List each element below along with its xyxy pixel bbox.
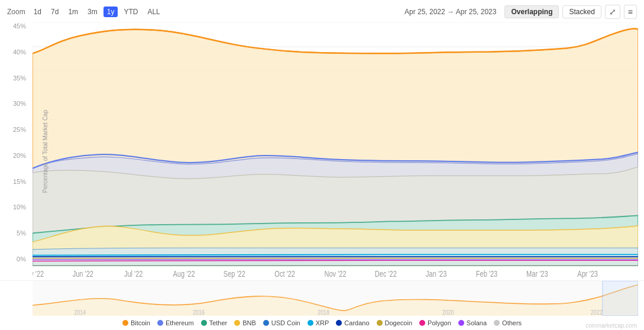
legend-dot: [336, 320, 342, 326]
zoom-label: Zoom: [7, 8, 25, 16]
watermark: coinmarketcap.com: [585, 322, 637, 329]
svg-text:Feb '23: Feb '23: [476, 270, 498, 279]
y-label-10: 10%: [13, 203, 26, 211]
legend-item-usd-coin: USD Coin: [263, 319, 300, 326]
zoom-1m[interactable]: 1m: [64, 7, 82, 17]
main-chart-area: 45% 40% 35% 30% 25% 20% 15% 10% 5% 0% Pe…: [0, 22, 644, 280]
y-label-30: 30%: [13, 100, 26, 107]
app-container: Zoom 1d 7d 1m 3m 1y YTD ALL Apr 25, 2022…: [0, 0, 644, 330]
legend-dot: [157, 320, 163, 326]
svg-text:2022: 2022: [591, 309, 603, 316]
svg-text:2016: 2016: [193, 309, 205, 316]
zoom-1y[interactable]: 1y: [103, 7, 118, 17]
y-label-20: 20%: [13, 152, 26, 159]
svg-text:Aug '22: Aug '22: [173, 270, 195, 279]
legend-label: Ethereum: [166, 319, 194, 326]
legend-label: Solana: [467, 319, 487, 326]
overlapping-btn[interactable]: Overlapping: [504, 5, 559, 18]
legend-item-polygon: Polygon: [419, 319, 451, 326]
main-chart-svg: May '22 Jun '22 Jul '22 Aug '22 Sep '22 …: [33, 22, 638, 280]
legend-dot: [263, 320, 269, 326]
y-label-0: 0%: [17, 255, 26, 263]
legend-label: XRP: [316, 319, 329, 326]
legend-label: BNB: [242, 319, 256, 326]
legend-item-tether: Tether: [201, 319, 228, 326]
x-axis-labels: May '22 Jun '22 Jul '22 Aug '22 Sep '22 …: [33, 270, 598, 279]
zoom-1d[interactable]: 1d: [30, 7, 45, 17]
mini-chart-svg: 2014 2016 2018 2020 2022: [33, 281, 638, 316]
legend-item-others: Others: [494, 319, 522, 326]
y-label-5: 5%: [17, 229, 26, 237]
date-range: Apr 25, 2022 → Apr 25, 2023: [404, 8, 496, 16]
svg-text:Sep '22: Sep '22: [224, 270, 245, 279]
y-label-25: 25%: [13, 126, 26, 133]
legend-dot: [494, 320, 500, 326]
zoom-ytd[interactable]: YTD: [120, 7, 141, 17]
zoom-7d[interactable]: 7d: [47, 7, 62, 17]
legend-label: Dogecoin: [385, 319, 412, 326]
view-controls: Apr 25, 2022 → Apr 25, 2023 Overlapping …: [404, 5, 637, 19]
menu-btn[interactable]: ≡: [624, 5, 637, 19]
dogecoin-line: [33, 258, 638, 259]
svg-text:Oct '22: Oct '22: [274, 270, 295, 279]
svg-text:Jun '22: Jun '22: [73, 270, 93, 279]
legend-label: Tether: [209, 319, 228, 326]
legend-item-ethereum: Ethereum: [157, 319, 194, 326]
svg-text:Apr '23: Apr '23: [577, 270, 598, 279]
legend-item-solana: Solana: [458, 319, 487, 326]
svg-text:2018: 2018: [318, 309, 330, 316]
svg-text:2014: 2014: [74, 309, 86, 316]
legend-label: Others: [502, 319, 522, 326]
y-axis-labels: 45% 40% 35% 30% 25% 20% 15% 10% 5% 0%: [0, 22, 30, 263]
legend-dot: [458, 320, 464, 326]
legend-label: Cardano: [344, 319, 369, 326]
svg-text:May '22: May '22: [33, 270, 44, 279]
legend-label: Polygon: [428, 319, 451, 326]
legend-dot: [201, 320, 207, 326]
svg-text:Mar '23: Mar '23: [526, 270, 548, 279]
zoom-all[interactable]: ALL: [144, 7, 163, 17]
zoom-controls: Zoom 1d 7d 1m 3m 1y YTD ALL: [7, 7, 164, 17]
stacked-btn[interactable]: Stacked: [562, 5, 601, 18]
expand-btn[interactable]: ⤢: [605, 5, 620, 19]
y-label-40: 40%: [13, 48, 26, 56]
legend-item-cardano: Cardano: [336, 319, 369, 326]
legend-dot: [308, 320, 313, 326]
svg-text:Dec '22: Dec '22: [375, 270, 397, 279]
legend-dot: [419, 320, 425, 326]
legend-dot: [122, 320, 128, 326]
y-label-35: 35%: [13, 75, 26, 82]
legend-item-bitcoin: Bitcoin: [122, 319, 150, 326]
top-controls: Zoom 1d 7d 1m 3m 1y YTD ALL Apr 25, 2022…: [0, 5, 644, 22]
legend-item-bnb: BNB: [234, 319, 256, 326]
legend-label: USD Coin: [271, 319, 300, 326]
legend-dot: [234, 320, 240, 326]
y-label-15: 15%: [13, 178, 26, 185]
legend-item-xrp: XRP: [308, 319, 329, 326]
svg-text:Jul '22: Jul '22: [124, 270, 143, 279]
svg-text:2020: 2020: [442, 309, 455, 316]
legend-item-dogecoin: Dogecoin: [377, 319, 412, 326]
legend: BitcoinEthereumTetherBNBUSD CoinXRPCarda…: [0, 316, 644, 330]
svg-rect-25: [603, 281, 638, 316]
legend-label: Bitcoin: [131, 319, 150, 326]
y-label-45: 45%: [13, 22, 26, 30]
zoom-3m[interactable]: 3m: [84, 7, 101, 17]
svg-text:Jan '23: Jan '23: [426, 270, 446, 279]
y-axis-title: Percentage of Total Market Cap: [42, 110, 48, 193]
mini-chart-area: 2014 2016 2018 2020 2022: [0, 280, 644, 316]
legend-dot: [377, 320, 383, 326]
svg-text:Nov '22: Nov '22: [324, 270, 346, 279]
